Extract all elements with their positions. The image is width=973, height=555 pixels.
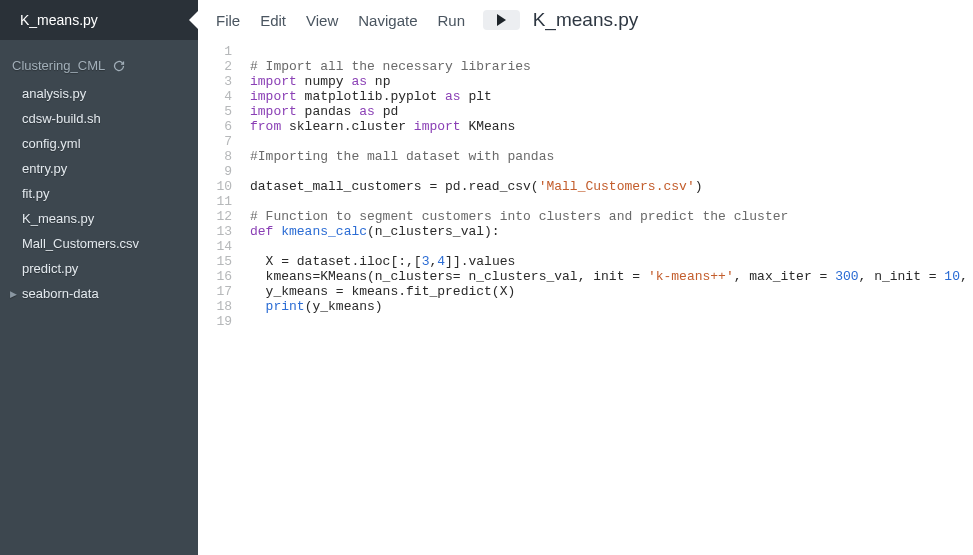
token: , max_iter =	[734, 269, 835, 284]
token: y_kmeans = kmeans.fit_predict(X)	[250, 284, 515, 299]
token: , n_init =	[859, 269, 945, 284]
token: 10	[944, 269, 960, 284]
line-number: 13	[198, 224, 232, 239]
code-content[interactable]: # Import all the necessary librariesimpo…	[238, 44, 968, 555]
token	[250, 299, 266, 314]
sidebar: K_means.py Clustering_CML analysis.pycds…	[0, 0, 198, 555]
line-number: 19	[198, 314, 232, 329]
token: dataset_mall_customers = pd.read_csv(	[250, 179, 539, 194]
file-list: analysis.pycdsw-build.shconfig.ymlentry.…	[0, 79, 198, 308]
token: ,	[960, 269, 968, 284]
file-item-7[interactable]: predict.py	[0, 256, 198, 281]
code-line[interactable]: def kmeans_calc(n_clusters_val):	[250, 224, 968, 239]
code-line[interactable]	[250, 194, 968, 209]
token: KMeans	[461, 119, 516, 134]
token: 300	[835, 269, 858, 284]
token: pandas	[297, 104, 359, 119]
file-item-0[interactable]: analysis.py	[0, 81, 198, 106]
code-line[interactable]	[250, 239, 968, 254]
code-line[interactable]: import matplotlib.pyplot as plt	[250, 89, 968, 104]
menu-run[interactable]: Run	[437, 12, 465, 29]
token: 4	[437, 254, 445, 269]
code-line[interactable]	[250, 314, 968, 329]
code-editor[interactable]: 12345678910111213141516171819 # Import a…	[198, 40, 973, 555]
file-item-2[interactable]: config.yml	[0, 131, 198, 156]
token: as	[359, 104, 375, 119]
line-number: 15	[198, 254, 232, 269]
code-line[interactable]: # Import all the necessary libraries	[250, 59, 968, 74]
token: import	[250, 89, 297, 104]
token: (n_clusters_val):	[367, 224, 500, 239]
refresh-icon[interactable]	[113, 60, 125, 72]
active-file-tab[interactable]: K_means.py	[0, 0, 198, 40]
code-line[interactable]	[250, 164, 968, 179]
token: from	[250, 119, 281, 134]
project-name: Clustering_CML	[12, 58, 105, 73]
menu-view[interactable]: View	[306, 12, 338, 29]
run-button[interactable]	[483, 10, 520, 30]
topbar: File Edit View Navigate Run K_means.py	[198, 0, 973, 40]
file-label: config.yml	[22, 136, 81, 151]
token: #Importing the mall dataset with pandas	[250, 149, 554, 164]
code-line[interactable]: #Importing the mall dataset with pandas	[250, 149, 968, 164]
line-number: 17	[198, 284, 232, 299]
menu-file[interactable]: File	[216, 12, 240, 29]
token: plt	[461, 89, 492, 104]
code-line[interactable]: print(y_kmeans)	[250, 299, 968, 314]
token: as	[351, 74, 367, 89]
token: ]].values	[445, 254, 515, 269]
line-number: 1	[198, 44, 232, 59]
token: def	[250, 224, 273, 239]
code-line[interactable]: # Function to segment customers into clu…	[250, 209, 968, 224]
token: X = dataset.iloc[:,[	[250, 254, 422, 269]
line-number: 9	[198, 164, 232, 179]
project-header[interactable]: Clustering_CML	[0, 40, 198, 79]
code-line[interactable]: y_kmeans = kmeans.fit_predict(X)	[250, 284, 968, 299]
code-line[interactable]: kmeans=KMeans(n_clusters= n_clusters_val…	[250, 269, 968, 284]
line-number: 11	[198, 194, 232, 209]
file-label: K_means.py	[22, 211, 94, 226]
token: # Function to segment customers into clu…	[250, 209, 788, 224]
file-item-6[interactable]: Mall_Customers.csv	[0, 231, 198, 256]
line-number: 2	[198, 59, 232, 74]
token: matplotlib.pyplot	[297, 89, 445, 104]
file-label: predict.py	[22, 261, 78, 276]
token: import	[250, 74, 297, 89]
line-number: 18	[198, 299, 232, 314]
active-file-label: K_means.py	[20, 12, 98, 28]
code-line[interactable]: import pandas as pd	[250, 104, 968, 119]
menu-bar: File Edit View Navigate Run	[216, 12, 465, 29]
token: kmeans=KMeans(n_clusters= n_clusters_val…	[250, 269, 648, 284]
token: )	[695, 179, 703, 194]
line-number: 8	[198, 149, 232, 164]
line-number: 4	[198, 89, 232, 104]
code-line[interactable]: from sklearn.cluster import KMeans	[250, 119, 968, 134]
token: # Import all the necessary libraries	[250, 59, 531, 74]
token: pd	[375, 104, 398, 119]
file-item-3[interactable]: entry.py	[0, 156, 198, 181]
code-line[interactable]	[250, 134, 968, 149]
line-gutter: 12345678910111213141516171819	[198, 44, 238, 555]
line-number: 14	[198, 239, 232, 254]
line-number: 16	[198, 269, 232, 284]
code-line[interactable]: import numpy as np	[250, 74, 968, 89]
token: as	[445, 89, 461, 104]
token: sklearn.cluster	[281, 119, 414, 134]
file-label: cdsw-build.sh	[22, 111, 101, 126]
file-item-5[interactable]: K_means.py	[0, 206, 198, 231]
code-line[interactable]	[250, 44, 968, 59]
file-item-1[interactable]: cdsw-build.sh	[0, 106, 198, 131]
token: import	[250, 104, 297, 119]
code-line[interactable]: X = dataset.iloc[:,[3,4]].values	[250, 254, 968, 269]
token: import	[414, 119, 461, 134]
menu-navigate[interactable]: Navigate	[358, 12, 417, 29]
page-title: K_means.py	[533, 9, 639, 31]
code-line[interactable]: dataset_mall_customers = pd.read_csv('Ma…	[250, 179, 968, 194]
file-label: Mall_Customers.csv	[22, 236, 139, 251]
folder-item-8[interactable]: ▶seaborn-data	[0, 281, 198, 306]
line-number: 6	[198, 119, 232, 134]
menu-edit[interactable]: Edit	[260, 12, 286, 29]
play-icon	[497, 14, 506, 26]
file-item-4[interactable]: fit.py	[0, 181, 198, 206]
token: print	[266, 299, 305, 314]
